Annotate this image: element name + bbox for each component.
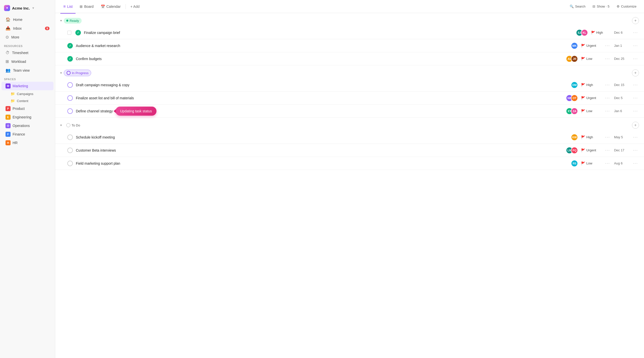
in-progress-dot <box>67 71 71 75</box>
priority-flag-icon: 🚩 <box>581 148 585 152</box>
task-more-button[interactable]: ··· <box>604 161 611 166</box>
sidebar-item-product[interactable]: P Product <box>2 104 53 113</box>
task-priority: 🚩 Low <box>581 57 601 61</box>
task-row[interactable]: ✓ Finalize campaign brief SJKL 🚩 High De… <box>55 26 644 39</box>
sidebar-item-home-label: Home <box>13 18 22 22</box>
task-more-button[interactable]: ··· <box>604 135 611 140</box>
search-icon: 🔍 <box>570 5 574 8</box>
task-more-button[interactable]: ··· <box>604 57 611 61</box>
task-inprogress-icon <box>67 108 73 114</box>
section-header-ready[interactable]: ▾ Ready + <box>55 13 644 26</box>
task-name: Audience & market research <box>76 44 568 48</box>
finance-avatar: F <box>6 132 11 137</box>
add-task-button[interactable]: + <box>632 17 639 24</box>
task-row[interactable]: Customer Beta interviews LMPQ 🚩 Urgent ·… <box>55 144 644 157</box>
avatar: MK <box>571 42 578 49</box>
task-more-button[interactable]: ··· <box>604 96 611 100</box>
content-area: ▾ Ready + ✓ Finalize campaign brief SJKL… <box>55 13 644 358</box>
task-name: Finalize campaign brief <box>84 31 573 35</box>
task-more-button[interactable]: ··· <box>604 109 611 113</box>
task-more-button[interactable]: ··· <box>604 43 611 48</box>
task-date: Dec 5 <box>614 96 629 100</box>
task-options-button[interactable]: ··· <box>632 43 639 48</box>
tooltip-bubble: Updating task status <box>116 107 156 116</box>
task-row[interactable]: ✓ Audience & market research MK 🚩 Urgent… <box>55 39 644 52</box>
sidebar-item-inbox[interactable]: 📥 Inbox 9 <box>2 24 53 33</box>
add-button[interactable]: + Add <box>128 3 142 10</box>
sidebar-item-engineering[interactable]: E Engineering <box>2 113 53 121</box>
avatar: JR <box>571 55 578 62</box>
customize-button[interactable]: ⚙ Customize <box>614 3 639 10</box>
sidebar-item-inbox-label: Inbox <box>13 26 22 30</box>
sidebar-item-operations[interactable]: O Operations <box>2 121 53 130</box>
sidebar-sub-content[interactable]: 📁 Content <box>2 97 53 104</box>
sidebar-item-workload[interactable]: ⊞ Workload <box>2 57 53 66</box>
task-options-button[interactable]: ··· <box>632 148 639 153</box>
task-row[interactable]: Define channel strategy XYZA 🚩 Low ··· J… <box>55 105 644 118</box>
app-logo[interactable]: ✦ Acme Inc. ▾ <box>0 3 55 15</box>
home-icon: 🏠 <box>6 17 11 22</box>
priority-flag-icon: 🚩 <box>581 83 585 87</box>
task-name: Confirm budgets <box>76 57 563 61</box>
sidebar-sub-campaigns[interactable]: 📁 Campaigns <box>2 90 53 97</box>
task-options-button[interactable]: ··· <box>632 161 639 166</box>
section-header-in-progress[interactable]: ▾ In Progress + <box>55 65 644 78</box>
tab-board-label: Board <box>84 5 93 9</box>
sidebar-item-teamview[interactable]: 👥 Team view <box>2 66 53 75</box>
sidebar-item-home[interactable]: 🏠 Home <box>2 15 53 24</box>
tab-board[interactable]: ⊞ Board <box>77 3 96 10</box>
task-options-button[interactable]: ··· <box>632 83 639 87</box>
priority-flag-icon: 🚩 <box>581 109 585 113</box>
show-button[interactable]: ⊟ Show · 5 <box>590 3 612 10</box>
section-header-todo[interactable]: ▾ To Do + <box>55 118 644 131</box>
status-badge-in-progress: In Progress <box>64 70 91 76</box>
add-task-button[interactable]: + <box>632 122 639 129</box>
marketing-avatar: M <box>6 83 11 88</box>
resources-section-label: Resources <box>0 41 55 49</box>
sidebar-item-finance[interactable]: F Finance <box>2 130 53 139</box>
task-options-button[interactable]: ··· <box>632 135 639 140</box>
priority-label: Urgent <box>586 44 596 48</box>
priority-label: Urgent <box>586 148 596 152</box>
task-options-button[interactable]: ··· <box>632 109 639 113</box>
priority-label: Urgent <box>586 96 596 100</box>
operations-avatar: O <box>6 123 11 128</box>
search-button[interactable]: 🔍 Search <box>567 3 588 10</box>
sidebar-item-more[interactable]: ⊙ More <box>2 33 53 41</box>
sidebar-item-timesheet[interactable]: ⏱ Timesheet <box>2 49 53 57</box>
calendar-icon: 📅 <box>101 5 105 9</box>
task-options-button[interactable]: ··· <box>632 30 639 35</box>
task-row[interactable]: ✓ Confirm budgets ALJR 🚩 Low ··· Dec 25 … <box>55 52 644 65</box>
task-row[interactable]: Schedule kickoff meeting KW 🚩 High ··· M… <box>55 131 644 144</box>
nav-divider <box>126 4 126 9</box>
task-options-button[interactable]: ··· <box>632 57 639 61</box>
more-icon: ⊙ <box>6 35 9 39</box>
section-header-right: + <box>632 69 639 76</box>
priority-label: High <box>586 135 593 139</box>
task-priority: 🚩 Urgent <box>581 96 601 100</box>
task-options-button[interactable]: ··· <box>632 96 639 100</box>
show-icon: ⊟ <box>593 5 595 8</box>
task-more-button[interactable]: ··· <box>604 148 611 153</box>
sidebar-item-hr[interactable]: H HR <box>2 139 53 147</box>
task-checkbox[interactable] <box>67 31 71 35</box>
priority-flag-icon: 🚩 <box>581 135 585 139</box>
task-name: Finalize asset list and bill of material… <box>76 96 563 100</box>
priority-label: High <box>586 83 593 87</box>
avatar: ZA <box>571 108 578 115</box>
task-priority: 🚩 High <box>591 31 611 35</box>
tab-list[interactable]: ≡ List <box>60 3 76 10</box>
task-avatars: KW <box>571 134 578 141</box>
priority-flag-icon: 🚩 <box>581 96 585 100</box>
task-row[interactable]: Draft campaign messaging & copy DM 🚩 Hig… <box>55 78 644 92</box>
task-avatars: SJKL <box>576 29 588 36</box>
add-task-button[interactable]: + <box>632 69 639 76</box>
tab-calendar[interactable]: 📅 Calendar <box>98 3 124 10</box>
avatar: RS <box>571 160 578 167</box>
task-avatars: ALJR <box>566 55 578 62</box>
sidebar-item-marketing[interactable]: M Marketing <box>2 82 53 90</box>
task-row[interactable]: Field marketing support plan RS 🚩 Low ··… <box>55 157 644 170</box>
task-more-button[interactable]: ··· <box>604 83 611 87</box>
task-empty-icon <box>67 161 73 166</box>
task-row[interactable]: Finalize asset list and bill of material… <box>55 92 644 105</box>
